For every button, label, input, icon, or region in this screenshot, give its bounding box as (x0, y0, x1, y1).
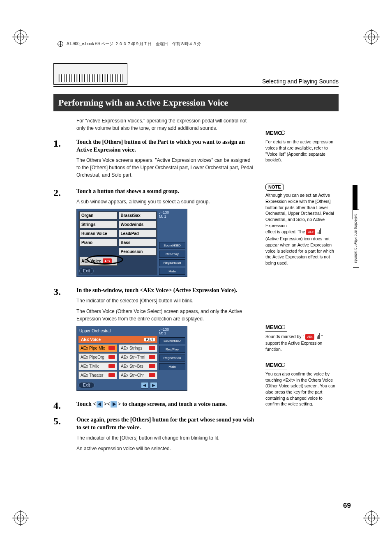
page-indicator: P.1/4 (144, 338, 155, 341)
memo-label: MEMO (265, 324, 287, 332)
group-strings[interactable]: Strings (79, 221, 118, 228)
step-3: 3. In the sub-window, touch <AEx Voice> … (53, 287, 255, 395)
voice-aex-pipeorg[interactable]: AEx PipeOrg (78, 353, 117, 361)
vertical-tab: Selecting and Playing Sounds (353, 210, 359, 268)
group-bass[interactable]: Bass (119, 239, 157, 246)
ui-screenshot-groups: Organ Brass/Sax Strings Woodwinds Human … (76, 209, 187, 277)
voice-aex-str-brs[interactable]: AEx Str+Brs (119, 362, 157, 370)
crop-mark (12, 29, 29, 45)
step-1: 1. Touch the [Others] button of the Part… (53, 138, 255, 182)
nav-main[interactable]: Main (159, 363, 185, 370)
aex-badge-icon (108, 364, 115, 368)
tempo-display: ♩=130M: 1 (159, 211, 185, 240)
step-text: The indicator of the [Others] button wil… (76, 434, 255, 442)
step-number: 5. (53, 416, 71, 456)
aex-voice-label: AEx Voice (81, 259, 101, 263)
voice-aex-pipe-mix[interactable]: AEx Pipe Mix (78, 344, 117, 352)
memo-label: MEMO (265, 129, 287, 137)
memo-block: MEMO For details on the active expressio… (265, 129, 335, 163)
step-text: A sub-window appears, allowing you to se… (76, 198, 255, 205)
prev-page-button[interactable]: ◀ (141, 382, 148, 389)
aex-badge-icon (108, 346, 115, 350)
keyboard-icon (53, 63, 127, 85)
nav-sound-kbd[interactable]: Sound/KBD (159, 337, 185, 344)
step-title: Touch the [Others] button of the Part to… (76, 138, 255, 154)
target-icon (58, 41, 63, 47)
page-number: 69 (343, 502, 351, 510)
ui-screenshot-aex-list: Upper Orchestral AEx Voice P.1/4 AEx Pip… (76, 326, 187, 391)
group-organ[interactable]: Organ (79, 212, 118, 219)
aex-badge-icon (149, 373, 155, 377)
nav-sound-kbd[interactable]: Sound/KBD (159, 242, 185, 249)
tempo-display: ♩=130M: 1 (159, 328, 185, 336)
step-5: 5. Once again, press the [Others] button… (53, 416, 255, 456)
left-arrow-icon (97, 401, 103, 408)
file-header: AT-900_e.book 69 ページ ２００７年９月７日 金曜日 午前８時４… (53, 41, 339, 47)
sidebar-column: MEMO For details on the active expressio… (265, 117, 335, 461)
step-4: 4. Touch <><> to change screens, and tou… (53, 401, 255, 411)
exit-button[interactable]: Exit (79, 268, 94, 274)
group-brass-sax[interactable]: Brass/Sax (119, 212, 157, 219)
step-title: Touch a button that shows a sound group. (76, 188, 255, 196)
nav-registration[interactable]: Registration (159, 355, 185, 362)
aex-icon: AEx (305, 334, 314, 340)
memo-text: For details on the active expression voi… (265, 139, 335, 163)
crop-mark (12, 510, 29, 526)
chapter-label: Selecting and Playing Sounds (262, 78, 339, 85)
aex-badge-icon (149, 364, 155, 368)
aex-icon: AEx (103, 258, 112, 264)
step-number: 2. (53, 188, 71, 281)
voice-aex-strings[interactable]: AEx Strings (119, 344, 157, 352)
memo-text: Sounds marked by " AEx " support the Act… (265, 333, 335, 352)
top-row: Selecting and Playing Sounds (53, 63, 339, 87)
exit-button[interactable]: Exit (78, 382, 95, 388)
note-text: Although you can select an Active Expres… (265, 192, 335, 266)
balloon-icon (281, 362, 286, 367)
level-bars-icon (317, 228, 321, 236)
group-human-voice[interactable]: Human Voice (79, 230, 118, 237)
step-text: An active expression voice will be selec… (76, 445, 255, 452)
nav-main[interactable]: Main (159, 268, 185, 275)
memo-text: You can also confirm the voice by touchi… (265, 371, 335, 407)
group-lead-pad[interactable]: Lead/Pad (119, 230, 157, 237)
group-piano[interactable]: Piano (79, 239, 118, 246)
memo-label: MEMO (265, 362, 287, 369)
group-percussion[interactable]: Percussion (119, 248, 157, 256)
voice-aex-tmix[interactable]: AEx T.Mix (78, 362, 117, 370)
section-title: Performing with an Active Expression Voi… (53, 94, 339, 111)
intro-text: For "Active Expression Voices," operatin… (76, 117, 255, 132)
step-title: Once again, press the [Others] button fo… (76, 416, 255, 432)
balloon-icon (281, 325, 286, 329)
memo-block: MEMO You can also confirm the voice by t… (265, 362, 335, 407)
note-block: NOTE Although you can select an Active E… (265, 184, 335, 266)
aex-icon: AEx (306, 229, 315, 235)
nav-rec-play[interactable]: Rec/Play (159, 251, 185, 258)
step-title: Touch <><> to change screens, and touch … (76, 401, 255, 408)
aex-badge-icon (108, 355, 115, 359)
next-page-button[interactable]: ▶ (150, 382, 157, 389)
crop-mark (363, 29, 380, 45)
right-arrow-icon (111, 401, 117, 408)
ui2-header: Upper Orchestral (78, 328, 157, 335)
ui2-tab-aex[interactable]: AEx Voice P.1/4 (78, 336, 157, 343)
voice-aex-str-chr[interactable]: AEx Str+Chr (119, 371, 157, 379)
step-text: The Others Voice (Others Voice Select) s… (76, 308, 255, 322)
aex-badge-icon (108, 373, 115, 377)
crop-mark (363, 510, 380, 526)
nav-registration[interactable]: Registration (159, 259, 185, 266)
group-woodwinds[interactable]: Woodwinds (119, 221, 157, 228)
step-number: 1. (53, 138, 71, 182)
aex-badge-icon (149, 346, 155, 350)
balloon-icon (281, 130, 286, 135)
aex-voice-button[interactable]: AEx Voice AEx (79, 257, 118, 266)
note-label: NOTE (265, 184, 284, 191)
step-text: The indicator of the selected [Others] b… (76, 297, 255, 304)
nav-rec-play[interactable]: Rec/Play (159, 346, 185, 353)
voice-aex-str-trml[interactable]: AEx Str+Trml (119, 353, 157, 361)
main-column: For "Active Expression Voices," operatin… (53, 117, 255, 461)
page: AT-900_e.book 69 ページ ２００７年９月７日 金曜日 午前８時４… (41, 33, 351, 514)
step-number: 3. (53, 287, 71, 395)
step-2: 2. Touch a button that shows a sound gro… (53, 188, 255, 281)
step-number: 4. (53, 401, 71, 411)
voice-aex-theater[interactable]: AEx Theater (78, 371, 117, 379)
